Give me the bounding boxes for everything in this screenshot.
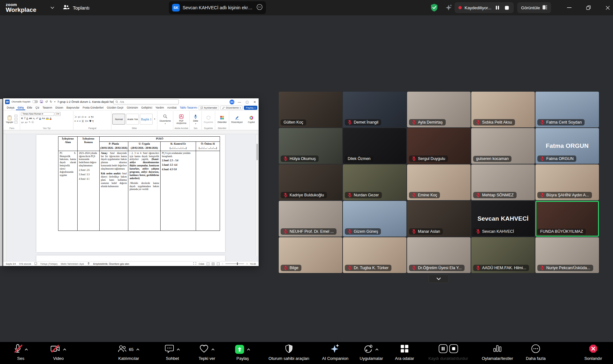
workspace-chevron-down-icon[interactable] xyxy=(50,0,54,15)
share-options-chevron[interactable] xyxy=(247,348,250,351)
ribbon-tab[interactable]: Acrobat xyxy=(166,105,178,110)
save-icon[interactable] xyxy=(40,100,43,104)
participants-options-chevron[interactable] xyxy=(136,348,140,351)
search-input[interactable] xyxy=(120,100,171,103)
participant-tile[interactable]: Demet İnangil xyxy=(343,92,406,127)
participant-tile[interactable]: Dr.Öğretim Üyesi Ela Y... xyxy=(407,237,471,273)
participant-tile[interactable]: Fatma Cerit Soydan xyxy=(535,92,599,127)
toolbar-apps-button[interactable]: Uygulamalar xyxy=(360,345,383,361)
undo-icon[interactable]: ↺ xyxy=(45,100,48,103)
status-page[interactable]: Sayfa 3/4 xyxy=(6,262,16,265)
align-buttons[interactable]: ≡≡≡≡⇕≡⛊¶ xyxy=(74,120,110,123)
status-predictions[interactable]: Metin Tahminleri: Açık xyxy=(61,262,84,265)
apps-options-chevron[interactable] xyxy=(375,348,379,351)
participant-tile[interactable]: Gülten Koç xyxy=(279,92,342,127)
status-zoom-level[interactable]: %130 xyxy=(250,262,256,265)
participant-tile[interactable]: Emine Koç xyxy=(407,164,471,200)
list-buttons[interactable]: ⁚≡1≡⁝≡⇤⇥¶≡ xyxy=(74,116,110,118)
participant-tile[interactable]: Fatma ORGUNFatma ORGUN xyxy=(535,128,599,164)
font-name-select[interactable]: Times New Roman ▾ xyxy=(21,112,54,116)
toolbar-chat-button[interactable]: Sohbet xyxy=(165,345,180,361)
document-scrollbar[interactable] xyxy=(255,135,258,256)
zoom-slider[interactable] xyxy=(225,263,244,264)
font-size-select[interactable]: 9 ▾ xyxy=(55,112,60,116)
participant-tile[interactable]: Dilek Özmen xyxy=(343,128,406,164)
participant-tile[interactable]: Sevcan KAHVECİSevcan KAHVECİ xyxy=(471,201,535,237)
pdf-create-button[interactable]: PDF oluşturma xyxy=(174,111,188,127)
ribbon-tab[interactable]: Tablo Tasarımı xyxy=(178,105,199,110)
participant-tile[interactable]: Mehtap SÖNMEZ xyxy=(471,164,535,200)
ribbon-tab[interactable]: Tasarım xyxy=(41,105,54,110)
toolbar-polls-button[interactable]: Oylamalar/testler xyxy=(482,345,513,361)
participant-tile[interactable]: Nuriye Pekcan/Üsküda... xyxy=(535,237,599,273)
participant-tile[interactable]: FUNDA BÜYÜKYILMAZ xyxy=(535,201,599,237)
editor-button[interactable]: Düzenleyici xyxy=(230,111,244,127)
tab-meeting[interactable]: Toplantı xyxy=(63,0,90,15)
autosave-toggle[interactable] xyxy=(32,100,38,103)
toolbar-more-button[interactable]: Daha fazla xyxy=(526,345,546,361)
scrollbar-thumb[interactable] xyxy=(256,144,258,160)
recording-stop-button[interactable] xyxy=(503,4,510,11)
word-account-avatar[interactable]: SO xyxy=(230,100,234,104)
word-close-button[interactable]: ✕ xyxy=(252,100,257,104)
security-shield-icon[interactable] xyxy=(430,0,438,15)
view-button[interactable]: Görüntüle xyxy=(517,2,551,13)
view-readmode-button[interactable] xyxy=(207,262,209,265)
toolbar-participants-button[interactable]: 65 Katılımcılar xyxy=(118,345,140,361)
toolbar-share-button[interactable]: Paylaş xyxy=(235,345,250,361)
participant-tile[interactable]: Hülya Okumuş xyxy=(279,128,342,164)
proofing-icon[interactable] xyxy=(34,262,37,266)
focus-icon[interactable] xyxy=(193,262,196,265)
share-tab-more-icon[interactable] xyxy=(256,4,263,11)
zoom-in-button[interactable]: + xyxy=(246,262,247,265)
video-options-chevron[interactable] xyxy=(63,348,66,351)
participant-tile[interactable]: Nurdan Gezer xyxy=(343,164,406,200)
toolbar-video-button[interactable]: Video xyxy=(51,345,66,361)
ribbon-tab[interactable]: Düzen xyxy=(54,105,65,110)
toolbar-audio-button[interactable]: Ses xyxy=(14,345,28,361)
status-language[interactable]: Türkçe (Türkiye) xyxy=(40,262,58,265)
zoom-slider-knob[interactable] xyxy=(237,262,238,265)
participant-tile[interactable]: Gizem Güneş xyxy=(343,201,406,237)
toolbar-ai-companion-button[interactable]: AI Companion xyxy=(322,345,348,361)
ribbon-tab[interactable]: Geliştirici xyxy=(140,105,154,110)
share-document-button[interactable]: Paylaş ▾ xyxy=(244,106,257,110)
toolbar-host-tools-button[interactable]: Oturum sahibi araçları xyxy=(269,345,309,361)
editing-button[interactable]: Düzenleme ▾ xyxy=(159,111,172,127)
font-extra-buttons[interactable]: A˄A˅✎Ⓐ xyxy=(21,121,72,124)
cut-copy-format-buttons[interactable] xyxy=(14,111,18,127)
ai-companion-status-icon[interactable] xyxy=(446,0,453,15)
redo-icon[interactable]: ↻ xyxy=(50,100,52,103)
recording-pause-button[interactable] xyxy=(494,4,501,11)
document-page-3[interactable]: İyileştirme Alanıİyileştirme KonusuPUKÖP… xyxy=(36,135,225,252)
participant-tile[interactable]: Ayla Demirtaş xyxy=(407,92,471,127)
reactions-options-chevron[interactable] xyxy=(211,348,215,351)
window-minimize-button[interactable] xyxy=(564,0,574,15)
document-page-4[interactable] xyxy=(36,255,225,261)
participant-tile[interactable]: gulseren kocaman xyxy=(471,128,535,164)
ribbon-tab[interactable]: Çiz xyxy=(34,105,41,110)
word-restore-button[interactable]: ▢ xyxy=(245,100,250,104)
tab-shared-screen[interactable]: SK Sevcan KAHVECİ adlı kişinin ekranı xyxy=(169,1,266,14)
ribbon-tab[interactable]: Posta Gönderileri xyxy=(81,105,105,110)
view-weblayout-button[interactable] xyxy=(217,262,220,265)
style-heading1[interactable]: Başlık 1 xyxy=(140,114,153,125)
word-search-box[interactable] xyxy=(113,99,179,104)
grid-collapse-button[interactable] xyxy=(428,275,449,283)
style-no-spacing[interactable]: Aralık Yok xyxy=(126,114,139,125)
toolbar-pause-stop-recording-button[interactable]: Kaydı duraklat/durdur xyxy=(428,345,468,361)
participant-tile[interactable]: AADÜ HEM.FAK. Hilmi... xyxy=(471,237,535,273)
style-normal[interactable]: Normal xyxy=(112,114,125,125)
participant-tile[interactable]: Sıdıka Pelit Aksu xyxy=(471,92,535,127)
word-document-area[interactable]: İyileştirme Alanıİyileştirme KonusuPUKÖP… xyxy=(3,134,259,261)
participant-tile[interactable]: Büşra ŞAHİN/ Aydın A... xyxy=(535,164,599,200)
toolbar-end-button[interactable]: Sonlandır xyxy=(584,345,602,361)
copilot-button[interactable]: Copilot xyxy=(247,111,256,127)
participant-tile[interactable]: Dr. Tugba K. Türker xyxy=(343,237,406,273)
editing-mode-button[interactable]: Düzenleme ▾ xyxy=(220,106,242,110)
ribbon-tab[interactable]: Başvurular xyxy=(65,105,81,110)
dictate-button[interactable]: Dikte ▾ xyxy=(192,111,199,127)
status-accessibility[interactable]: Erişilebilirlik: Önerilere göz atın xyxy=(93,262,129,265)
audio-options-chevron[interactable] xyxy=(25,348,28,351)
comments-button[interactable]: Açıklamalar xyxy=(199,106,219,110)
